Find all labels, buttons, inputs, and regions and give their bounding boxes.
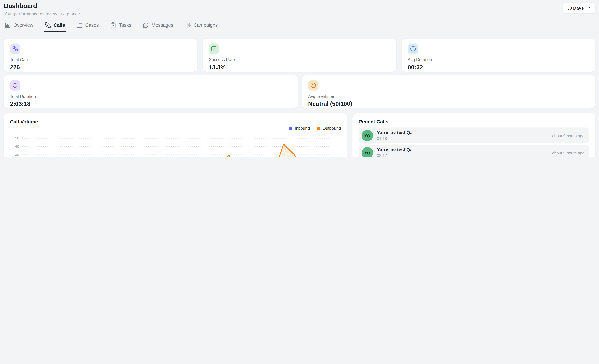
- recent-call-row[interactable]: YQYaroslav test Qa03:17about 9 hours ago: [359, 145, 589, 157]
- meh-face-icon: [308, 80, 318, 91]
- tab-calls[interactable]: Calls: [44, 19, 66, 32]
- stat-card-total-calls: Total Calls226: [4, 39, 197, 72]
- clipboard-check-icon: [110, 22, 116, 28]
- stat-value: 226: [10, 64, 191, 71]
- stat-card-total-duration: Total Duration2:03:18: [4, 75, 298, 109]
- tab-label: Tasks: [119, 23, 131, 28]
- chart-column-icon: [209, 43, 219, 54]
- page-subtitle: Your performance overview at a glance: [4, 11, 595, 16]
- date-range-label: 30 Days: [567, 6, 584, 10]
- page-header: Dashboard Your performance overview at a…: [0, 0, 599, 16]
- recent-call-row[interactable]: YQYaroslav test Qa01:18about 9 hours ago: [359, 128, 589, 143]
- tab-campaigns[interactable]: Campaigns: [184, 19, 218, 32]
- folder-icon: [77, 22, 83, 28]
- legend-label: Inbound: [295, 126, 310, 131]
- tab-label: Cases: [85, 23, 99, 28]
- recent-call-info: Yaroslav test Qa01:18: [377, 130, 413, 140]
- svg-text:50: 50: [15, 136, 19, 140]
- date-range-selector[interactable]: 30 Days: [563, 3, 595, 13]
- call-duration: 01:18: [377, 136, 413, 140]
- phone-call-icon: [10, 43, 20, 54]
- cv-legend-inbound: Inbound: [289, 126, 310, 131]
- tab-tasks[interactable]: Tasks: [109, 19, 132, 32]
- chart-column-icon: [5, 22, 11, 28]
- legend-dot: [289, 127, 292, 130]
- tab-bar: OverviewCallsCasesTasksMessagesCampaigns: [0, 19, 599, 33]
- tab-label: Campaigns: [194, 23, 218, 28]
- stat-value: 13.3%: [209, 64, 390, 71]
- tab-cases[interactable]: Cases: [76, 19, 100, 32]
- tab-label: Calls: [53, 23, 65, 28]
- call-duration: 03:17: [377, 154, 413, 157]
- caller-name: Yaroslav test Qa: [377, 130, 413, 135]
- clock-icon: [408, 43, 418, 54]
- tab-messages[interactable]: Messages: [142, 19, 174, 32]
- charts-row: Call Volume InboundOutbound 01020304050N…: [4, 113, 595, 157]
- message-circle-icon: [143, 22, 149, 28]
- stat-value: Neutral (50/100): [308, 100, 589, 107]
- stat-cards-row-1: Total Calls226Success Rate13.3%Avg Durat…: [4, 39, 595, 72]
- call-time-ago: about 9 hours ago: [552, 150, 584, 155]
- audio-lines-icon: [185, 22, 191, 28]
- phone-call-icon: [45, 22, 51, 28]
- page-title: Dashboard: [4, 2, 595, 10]
- call-volume-title: Call Volume: [10, 119, 341, 124]
- stat-card-avg-duration: Avg Duration00:32: [402, 39, 595, 72]
- recent-calls-card: Recent Calls YQYaroslav test Qa01:18abou…: [352, 113, 595, 157]
- stat-cards-row-2: Total Duration2:03:18Avg. SentimentNeutr…: [4, 75, 595, 109]
- stat-label: Total Calls: [10, 57, 191, 62]
- legend-label: Outbound: [323, 126, 341, 131]
- tab-label: Messages: [151, 23, 173, 28]
- stat-label: Avg. Sentiment: [308, 94, 589, 98]
- svg-text:30: 30: [15, 153, 19, 157]
- stat-value: 2:03:18: [10, 100, 292, 107]
- stat-label: Total Duration: [10, 94, 292, 98]
- tab-label: Overview: [13, 23, 33, 28]
- timer-icon: [10, 80, 20, 91]
- stat-label: Success Rate: [209, 57, 390, 62]
- call-volume-legend: InboundOutbound: [289, 126, 341, 131]
- legend-dot: [317, 127, 320, 130]
- stat-card-success-rate: Success Rate13.3%: [203, 39, 396, 72]
- tab-overview[interactable]: Overview: [4, 19, 34, 32]
- recent-calls-title: Recent Calls: [359, 119, 589, 124]
- cv-legend-outbound: Outbound: [317, 126, 341, 131]
- recent-call-info: Yaroslav test Qa03:17: [377, 147, 413, 157]
- avatar: YQ: [362, 147, 373, 157]
- caller-name: Yaroslav test Qa: [377, 147, 413, 152]
- call-volume-line-chart: 01020304050Nov 8Nov 9Nov 10Nov 11Nov 12N…: [10, 134, 341, 157]
- avatar: YQ: [362, 130, 373, 141]
- call-volume-chart: 01020304050Nov 8Nov 9Nov 10Nov 11Nov 12N…: [10, 134, 341, 157]
- stat-card-avg-sentiment: Avg. SentimentNeutral (50/100): [302, 75, 595, 109]
- call-time-ago: about 9 hours ago: [552, 133, 584, 138]
- stat-label: Avg Duration: [408, 57, 589, 62]
- chevron-down-icon: [586, 5, 591, 10]
- call-volume-card: Call Volume InboundOutbound 01020304050N…: [4, 113, 347, 157]
- dashboard-page: Dashboard Your performance overview at a…: [0, 0, 599, 157]
- svg-text:40: 40: [15, 144, 19, 148]
- stat-value: 00:32: [408, 64, 589, 71]
- recent-calls-list: YQYaroslav test Qa01:18about 9 hours ago…: [359, 128, 589, 157]
